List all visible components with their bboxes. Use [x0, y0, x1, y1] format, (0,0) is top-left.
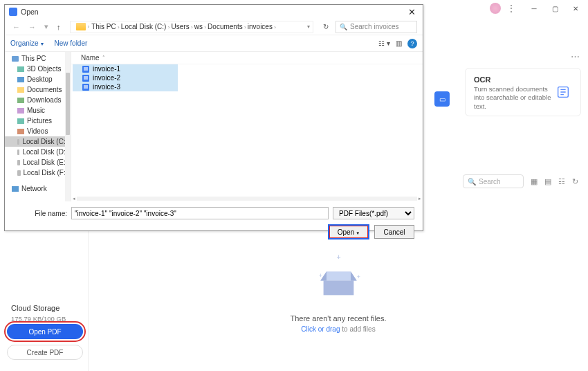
disk-icon [17, 150, 19, 155]
dialog-search-input[interactable]: 🔍 Search invoices [336, 21, 417, 33]
maximize-button[interactable]: ▢ [545, 2, 564, 15]
file-list-header[interactable]: Name ˄ [71, 52, 423, 64]
doc-icon [17, 87, 24, 93]
sort-icon[interactable]: ☷ [558, 177, 565, 186]
minimize-button[interactable]: ─ [524, 2, 544, 15]
pdf-file-icon [82, 84, 89, 91]
dialog-titlebar: Open ✕ [5, 5, 423, 19]
tree-item[interactable]: Local Disk (C:) [5, 136, 71, 147]
tree-item[interactable]: This PC [5, 53, 71, 64]
ocr-desc: Turn scanned documents into searchable o… [474, 85, 554, 111]
ocr-icon [554, 75, 572, 109]
dialog-nav-bar: ← → ▾ ↑ › This PC › Local Disk (C:) › Us… [5, 19, 423, 35]
desk-icon [17, 77, 24, 82]
tree-item[interactable]: 3D Objects [5, 64, 71, 74]
svg-text:+: + [318, 272, 322, 279]
vid-icon [17, 129, 24, 134]
refresh-breadcrumb-icon[interactable]: ↻ [320, 23, 331, 30]
cloud-storage-block: Cloud Storage 175.79 KB/100 GB [11, 304, 66, 323]
create-pdf-button[interactable]: Create PDF [7, 345, 83, 360]
file-row[interactable]: invoice-3 [73, 82, 178, 91]
refresh-icon[interactable]: ↻ [572, 177, 578, 186]
tree-item[interactable]: Desktop [5, 74, 71, 84]
breadcrumb-segment[interactable]: ws [194, 23, 203, 30]
file-list: Name ˄ invoice-1invoice-2invoice-3 ◂▸ [71, 52, 423, 201]
breadcrumb[interactable]: › This PC › Local Disk (C:) › Users › ws… [70, 21, 314, 33]
sort-indicator-icon: ˄ [102, 55, 105, 61]
svg-text:+: + [336, 253, 340, 261]
list-h-scrollbar[interactable]: ◂▸ [71, 196, 423, 201]
empty-action[interactable]: Click or drag to add files [290, 325, 386, 333]
feature-icon[interactable]: ▭ [434, 91, 450, 107]
up-icon[interactable]: ↑ [55, 23, 63, 31]
empty-message: There aren't any recent files. [290, 314, 386, 323]
3d-icon [17, 66, 24, 72]
preview-pane-button[interactable]: ▥ [396, 39, 402, 47]
breadcrumb-segment[interactable]: Local Disk (C:) [121, 23, 167, 30]
disk-icon [17, 139, 19, 145]
empty-box-icon: + + + [307, 253, 369, 302]
filename-label: File name: [13, 210, 67, 217]
open-button[interactable]: Open▼ [329, 225, 369, 239]
close-button[interactable]: ✕ [566, 2, 585, 15]
svg-marker-7 [351, 271, 357, 280]
open-pdf-button[interactable]: Open PDF [7, 324, 83, 339]
pc-icon [12, 56, 19, 62]
file-row[interactable]: invoice-2 [73, 73, 178, 82]
tree-item[interactable]: Network [5, 183, 71, 194]
organize-button[interactable]: Organize▼ [10, 39, 45, 47]
tree-scrollbar[interactable] [65, 52, 71, 201]
net-icon [12, 186, 19, 192]
tree-item[interactable]: Local Disk (F:) [5, 168, 71, 178]
music-icon [17, 108, 24, 114]
tree-item[interactable]: Pictures [5, 116, 71, 126]
dl-icon [17, 98, 24, 103]
breadcrumb-segment[interactable]: invoices [248, 23, 273, 30]
forward-icon[interactable]: → [26, 23, 38, 31]
breadcrumb-segment[interactable]: Documents [208, 23, 243, 30]
user-avatar[interactable] [490, 3, 501, 14]
cancel-button[interactable]: Cancel [374, 225, 414, 239]
tree-item[interactable]: Documents [5, 84, 71, 95]
dialog-close-icon[interactable]: ✕ [405, 7, 419, 17]
grid-view-icon[interactable]: ▦ [531, 177, 538, 186]
recent-search-input[interactable]: 🔍 Search [463, 174, 524, 188]
overflow-icon[interactable]: ⋯ [571, 51, 580, 62]
new-folder-button[interactable]: New folder [55, 39, 88, 47]
dialog-footer: File name: PDF Files(*.pdf) Open▼ Cancel [5, 201, 423, 246]
file-row[interactable]: invoice-1 [73, 64, 178, 73]
filename-input[interactable] [71, 207, 329, 219]
ocr-title: OCR [474, 75, 554, 84]
empty-state: + + + There aren't any recent files. Cli… [290, 253, 386, 333]
recent-dropdown-icon[interactable]: ▾ [42, 22, 50, 31]
dialog-title: Open [21, 8, 405, 16]
filetype-select[interactable]: PDF Files(*.pdf) [333, 207, 414, 219]
tree-item[interactable]: Local Disk (D:) [5, 147, 71, 157]
disk-icon [17, 160, 20, 165]
view-mode-button[interactable]: ☷ ▾ [378, 39, 390, 47]
cloud-size: 175.79 KB/100 GB [11, 315, 66, 323]
list-view-icon[interactable]: ▤ [544, 177, 551, 186]
pdf-file-icon [82, 75, 89, 82]
pdf-file-icon [82, 66, 89, 73]
cloud-title: Cloud Storage [11, 304, 66, 312]
disk-icon [17, 170, 21, 176]
breadcrumb-segment[interactable]: Users [172, 23, 190, 30]
search-icon: 🔍 [468, 178, 476, 186]
help-icon[interactable]: ? [407, 39, 417, 48]
svg-text:+: + [356, 273, 360, 280]
tree-item[interactable]: Videos [5, 126, 71, 136]
tree-item[interactable]: Music [5, 105, 71, 116]
dialog-toolbar: Organize▼ New folder ☷ ▾ ▥ ? [5, 35, 423, 52]
tree-item[interactable]: Local Disk (E:) [5, 157, 71, 168]
tree-item[interactable]: Downloads [5, 95, 71, 105]
folder-icon [76, 23, 86, 30]
pic-icon [17, 118, 24, 124]
ocr-card[interactable]: OCR Turn scanned documents into searchab… [465, 68, 581, 116]
more-icon[interactable]: ⋮ [506, 3, 516, 14]
app-icon [9, 8, 17, 16]
folder-tree[interactable]: This PC3D ObjectsDesktopDocumentsDownloa… [5, 52, 71, 201]
file-open-dialog: Open ✕ ← → ▾ ↑ › This PC › Local Disk (C… [4, 4, 423, 231]
breadcrumb-segment[interactable]: This PC [91, 23, 116, 30]
back-icon[interactable]: ← [10, 23, 22, 31]
